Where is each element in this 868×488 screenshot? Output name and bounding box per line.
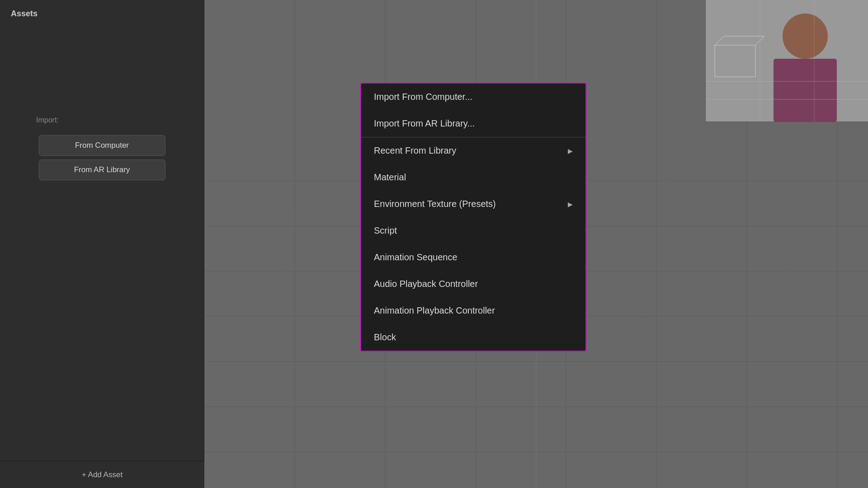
submenu-arrow-icon: ▶ [568, 147, 573, 155]
svg-rect-27 [774, 59, 837, 122]
menu-item-environment-texture[interactable]: Environment Texture (Presets) ▶ [361, 191, 585, 217]
menu-item-label: Environment Texture (Presets) [374, 199, 496, 209]
menu-item-label: Material [374, 172, 406, 183]
menu-item-import-ar-library[interactable]: Import From AR Library... [361, 110, 585, 137]
menu-item-label: Recent From Library [374, 145, 456, 156]
context-menu: Import From Computer... Import From AR L… [360, 83, 586, 352]
menu-item-block[interactable]: Block [361, 324, 585, 351]
menu-item-animation-sequence[interactable]: Animation Sequence [361, 244, 585, 271]
add-asset-bar[interactable]: + Add Asset [0, 461, 204, 488]
menu-item-material[interactable]: Material [361, 164, 585, 191]
svg-point-26 [783, 14, 828, 59]
menu-item-animation-playback-controller[interactable]: Animation Playback Controller [361, 297, 585, 324]
from-computer-button[interactable]: From Computer [39, 135, 165, 156]
menu-item-label: Import From AR Library... [374, 118, 475, 129]
menu-item-label: Animation Playback Controller [374, 305, 495, 316]
menu-item-label: Import From Computer... [374, 92, 472, 102]
sidebar: Assets Import: From Computer From AR Lib… [0, 0, 204, 488]
menu-item-label: Script [374, 225, 397, 236]
submenu-arrow-icon: ▶ [568, 201, 573, 208]
menu-item-label: Audio Playback Controller [374, 279, 478, 289]
add-asset-label: + Add Asset [82, 470, 123, 479]
menu-item-label: Animation Sequence [374, 252, 458, 263]
menu-item-import-computer[interactable]: Import From Computer... [361, 84, 585, 110]
menu-item-label: Block [374, 332, 396, 343]
camera-preview-content [706, 0, 868, 122]
import-label: Import: [0, 26, 204, 131]
menu-item-recent-from-library[interactable]: Recent From Library ▶ [361, 137, 585, 164]
menu-item-audio-playback-controller[interactable]: Audio Playback Controller [361, 271, 585, 297]
menu-item-script[interactable]: Script [361, 217, 585, 244]
from-ar-library-button[interactable]: From AR Library [39, 160, 165, 180]
viewport: Import From Computer... Import From AR L… [204, 0, 868, 488]
camera-preview [705, 0, 868, 122]
sidebar-title: Assets [0, 0, 204, 26]
